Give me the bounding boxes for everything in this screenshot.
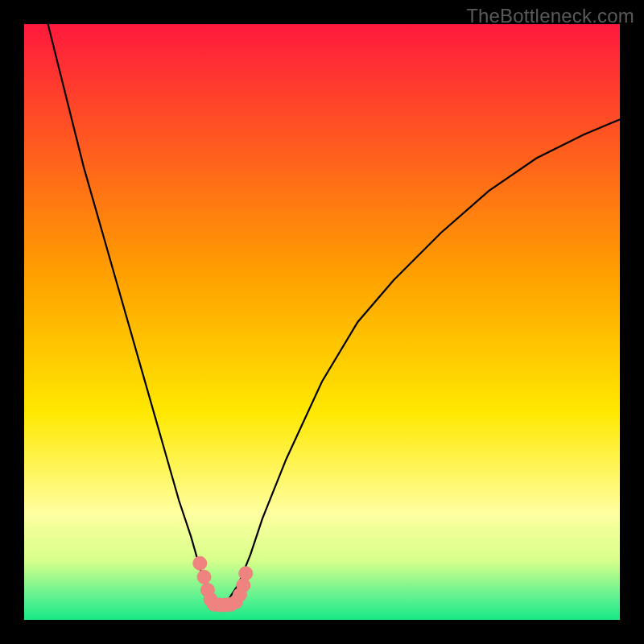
bottleneck-chart-svg <box>24 24 620 620</box>
plot-background <box>24 24 620 620</box>
optimal-marker <box>193 556 207 570</box>
watermark-text: TheBottleneck.com <box>466 5 634 27</box>
plot-area <box>24 24 620 620</box>
chart-container: TheBottleneck.com <box>0 0 644 644</box>
optimal-marker <box>197 570 211 584</box>
optimal-marker <box>239 567 253 580</box>
optimal-marker <box>237 579 250 592</box>
